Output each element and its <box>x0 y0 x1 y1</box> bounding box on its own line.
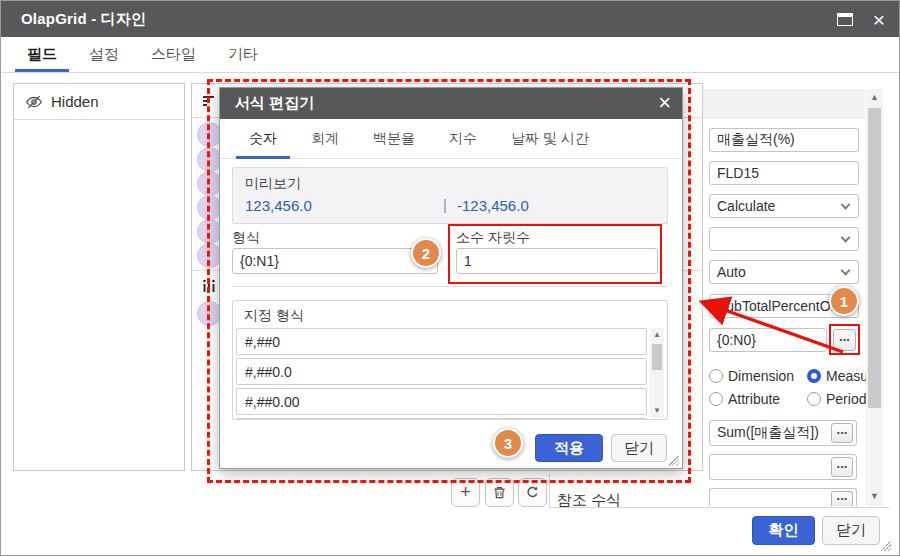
tab-number[interactable]: 숫자 <box>232 119 294 158</box>
radio-attribute[interactable] <box>709 392 723 406</box>
list-item[interactable]: #,##0 <box>236 328 647 355</box>
ellipsis-icon: ... <box>839 334 850 340</box>
close-icon[interactable]: × <box>658 90 671 116</box>
step-number: 3 <box>504 435 512 452</box>
window-close-icon[interactable]: × <box>873 9 885 30</box>
add-field-button[interactable]: + <box>451 478 480 507</box>
calc-type-select[interactable]: Calculate <box>709 194 859 218</box>
expression2-editor-button[interactable]: ... <box>831 457 853 477</box>
calc-type-value: Calculate <box>710 198 782 214</box>
field-id-value: FLD15 <box>710 165 766 181</box>
empty-select[interactable] <box>709 227 859 251</box>
expression-editor-button[interactable]: ... <box>831 423 853 443</box>
trash-icon <box>492 485 507 500</box>
tab-exponent[interactable]: 지수 <box>432 119 494 158</box>
tab-number-label: 숫자 <box>249 130 277 148</box>
format-input[interactable]: {0:N1} <box>232 248 438 274</box>
ellipsis-icon: ... <box>837 427 848 433</box>
format-editor-title: 서식 편집기 <box>235 94 314 113</box>
hidden-panel-title: Hidden <box>51 93 99 110</box>
caption-value: 매출실적(%) <box>710 131 802 149</box>
scrollbar-thumb[interactable] <box>868 108 881 408</box>
properties-header-band <box>703 89 865 119</box>
scroll-down-icon[interactable]: ▼ <box>866 488 883 505</box>
scroll-down-icon[interactable]: ▼ <box>650 404 664 418</box>
apply-button-label: 적용 <box>554 439 584 458</box>
custom-format-label: 지정 형식 <box>244 307 304 325</box>
subtotal-function-value: SubTotalPercentOf <box>710 298 842 314</box>
olapgrid-designer-window: OlapGrid - 디자인 × 필드 설정 스타일 기타 Hidden <box>0 0 900 556</box>
window-title: OlapGrid - 디자인 <box>21 10 146 29</box>
custom-format-group: 지정 형식 #,##0 #,##0.0 #,##0.00 #,##0.000 ▲… <box>232 300 668 420</box>
dialog-close-button[interactable]: 닫기 <box>822 516 880 545</box>
dialog-close-button-label: 닫기 <box>836 521 866 540</box>
ok-button[interactable]: 확인 <box>752 516 815 545</box>
radio-dimension-label: Dimension <box>728 368 794 384</box>
tab-datetime[interactable]: 날짜 및 시간 <box>494 119 606 158</box>
format-editor-tabs: 숫자 회계 백분율 지수 날짜 및 시간 <box>220 119 682 159</box>
modal-close-button[interactable]: 닫기 <box>611 434 667 462</box>
maximize-restore-icon[interactable] <box>837 13 853 26</box>
radio-dimension[interactable] <box>709 369 723 383</box>
format-input-value: {0:N1} <box>233 253 286 269</box>
step-number: 2 <box>422 245 430 262</box>
scroll-up-icon[interactable]: ▲ <box>866 89 883 106</box>
width-mode-select[interactable]: Auto <box>709 260 859 284</box>
format-item-value: #,##0.0 <box>245 364 292 380</box>
radio-period[interactable] <box>807 392 821 406</box>
delete-field-button[interactable] <box>485 478 514 507</box>
tab-fields[interactable]: 필드 <box>11 37 73 72</box>
expression3-editor-button[interactable]: ... <box>831 491 853 506</box>
decimal-places-input[interactable]: 1 <box>456 248 658 274</box>
expression-value: Sum([매출실적]) <box>710 424 826 442</box>
eye-off-icon <box>25 93 43 111</box>
decimal-places-label: 소수 자릿수 <box>456 229 530 247</box>
hidden-panel-header: Hidden <box>14 84 184 120</box>
scrollbar-thumb[interactable] <box>652 344 662 370</box>
properties-scrollbar[interactable]: ▲ ▼ <box>866 89 883 506</box>
radio-period-label: Period <box>826 391 866 407</box>
list-item[interactable]: #,##0.000 <box>236 418 647 419</box>
field-id-field[interactable]: FLD15 <box>709 161 859 185</box>
panel-divider <box>549 474 550 507</box>
tab-accounting[interactable]: 회계 <box>294 119 356 158</box>
list-item[interactable]: #,##0.00 <box>236 388 647 415</box>
list-item[interactable]: #,##0.0 <box>236 358 647 385</box>
tab-settings[interactable]: 설정 <box>73 37 135 72</box>
tab-etc-label: 기타 <box>228 45 258 64</box>
ok-button-label: 확인 <box>769 521 799 540</box>
format-editor-header[interactable]: 서식 편집기 × <box>220 88 682 119</box>
format-string-field[interactable]: {0:N0} <box>709 328 827 352</box>
format-editor-open-button[interactable]: ... <box>833 329 856 351</box>
annotation-step-2: 2 <box>411 238 441 268</box>
refresh-fields-button[interactable] <box>518 478 547 507</box>
format-editor-dialog: 서식 편집기 × 숫자 회계 백분율 지수 날짜 및 시간 미리보기 123,4… <box>219 87 683 469</box>
chevron-down-icon <box>841 233 851 243</box>
tab-percentage[interactable]: 백분율 <box>356 119 432 158</box>
radio-attribute-label: Attribute <box>728 391 780 407</box>
reference-formula-label: 참조 수식 <box>557 490 647 507</box>
tab-percentage-label: 백분율 <box>373 130 415 148</box>
hidden-fields-panel: Hidden <box>13 83 185 471</box>
format-label: 형식 <box>232 229 260 247</box>
title-bar: OlapGrid - 디자인 × <box>1 1 899 37</box>
format-list-scrollbar[interactable]: ▲ ▼ <box>650 328 664 418</box>
footer-divider <box>549 507 889 508</box>
ellipsis-icon: ... <box>837 493 848 499</box>
caption-field[interactable]: 매출실적(%) <box>709 128 859 152</box>
sort-icon <box>201 93 217 109</box>
tab-settings-label: 설정 <box>89 45 119 64</box>
step-number: 1 <box>840 293 848 310</box>
radio-measure[interactable] <box>807 369 821 383</box>
apply-button[interactable]: 적용 <box>535 434 603 462</box>
refresh-icon <box>525 485 540 500</box>
resize-grip-icon[interactable] <box>669 456 679 466</box>
tab-exponent-label: 지수 <box>449 130 477 148</box>
ellipsis-icon: ... <box>837 461 848 467</box>
columns-icon <box>201 278 217 294</box>
tab-etc[interactable]: 기타 <box>212 37 274 72</box>
tab-style[interactable]: 스타일 <box>135 37 212 72</box>
tab-datetime-label: 날짜 및 시간 <box>511 130 589 148</box>
resize-grip-icon[interactable] <box>881 541 891 551</box>
scroll-up-icon[interactable]: ▲ <box>650 328 664 342</box>
